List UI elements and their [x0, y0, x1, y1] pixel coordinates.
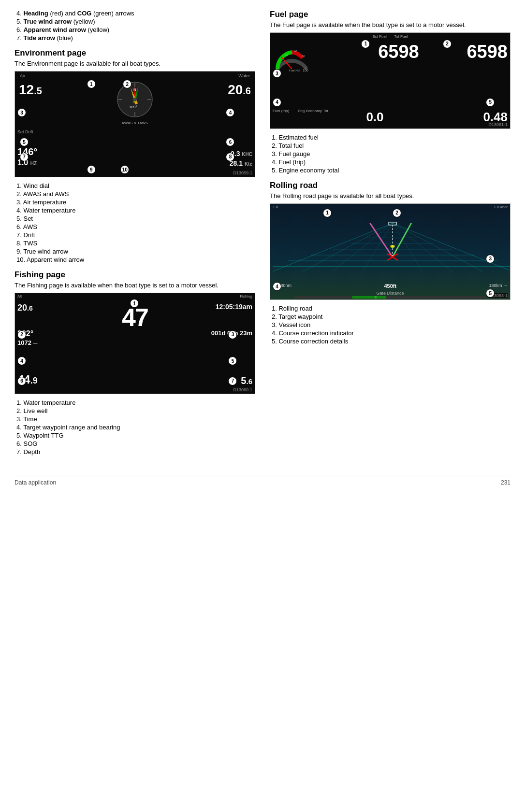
fish-item-7: Depth: [15, 448, 255, 456]
env-item-4: Water temperature: [15, 207, 255, 214]
intro-bold-5: True wind arrow: [23, 18, 72, 25]
fish-depth: 5.6: [241, 375, 252, 386]
svg-text:Fuel (%): Fuel (%): [289, 69, 300, 71]
svg-text:20: 20: [285, 54, 288, 57]
fuel-panel: Est Fuel Tot Fuel 6598 6598 0: [270, 33, 510, 128]
env-item-2: AWAS and AWS: [15, 190, 255, 198]
environment-items: Wind dial AWAS and AWS Air temperature W…: [15, 182, 255, 263]
callout-fish-6: 6: [17, 377, 26, 385]
fish-item-5: Waypoint TTG: [15, 432, 255, 439]
env-val2: 20.6: [228, 82, 251, 98]
awas-label: AWAS & TAWS: [122, 121, 148, 125]
fish-time: 12:05:19am: [216, 303, 252, 311]
svg-point-44: [390, 245, 394, 248]
env-item-6: AWS: [15, 223, 255, 230]
callout-env-9: 9: [87, 165, 96, 174]
fishing-items: Water temperature Live well Time Target …: [15, 399, 255, 456]
wind-dial: N 109°: [116, 80, 154, 119]
rr-item-2: Target waypoint: [270, 313, 510, 320]
fish-item-6: SOG: [15, 440, 255, 447]
intro-bold-6: Apparent wind arrow: [23, 26, 86, 33]
page-footer: Data application 231: [15, 476, 510, 486]
rolling-road-svg: [273, 209, 510, 271]
fish-item-4: Target waypoint range and bearing: [15, 424, 255, 431]
rr-item-5: Course correction details: [270, 338, 510, 345]
environment-diagram: Air Water 12.5 20.6: [15, 71, 255, 177]
fish-item-1: Water temperature: [15, 399, 255, 406]
rolling-road-heading: Rolling road: [270, 181, 510, 190]
fish-range: 1072 —: [17, 339, 38, 346]
env-item-9: True wind arrow: [15, 248, 255, 255]
intro-item-5: True wind arrow (yellow): [15, 18, 255, 25]
callout-rr-1: 1: [323, 209, 332, 217]
rolling-road-items: Rolling road Target waypoint Vessel icon…: [270, 305, 510, 345]
intro-item-4: Heading (red) and COG (green) arrows: [15, 10, 255, 17]
fish-temp: 20.6: [17, 303, 33, 313]
fuel-diagram: Est Fuel Tot Fuel 6598 6598 0: [270, 32, 510, 129]
svg-text:60: 60: [302, 55, 305, 57]
fuel-items: Estimated fuel Total fuel Fuel gauge Fue…: [270, 134, 510, 174]
fuel-val3: 0.0: [366, 110, 383, 125]
env-panel: Air Water 12.5 20.6: [15, 71, 255, 177]
rolling-panel: 1.8 1.8 knot: [270, 204, 510, 299]
env-item-1: Wind dial: [15, 182, 255, 189]
fish-item-2: Live well: [15, 407, 255, 414]
footer-page-number: 231: [501, 479, 510, 486]
svg-rect-21: [273, 209, 510, 271]
rolling-road-intro: The Rolling road page is available for a…: [270, 192, 510, 199]
fish-diagram-id: D13060-1: [233, 387, 252, 392]
fuel-item-1: Estimated fuel: [270, 134, 510, 141]
intro-list: Heading (red) and COG (green) arrows Tru…: [15, 10, 255, 42]
env-item-3: Air temperature: [15, 199, 255, 206]
env-item-7: Drift: [15, 231, 255, 239]
svg-text:100: 100: [303, 69, 308, 71]
callout-fuel-2: 2: [443, 40, 452, 48]
callout-fuel-4: 4: [273, 98, 281, 107]
fuel-item-4: Fuel (trip): [270, 158, 510, 166]
svg-point-8: [133, 98, 137, 101]
intro-bold-7: Tide arrow: [23, 34, 55, 42]
callout-fuel-5: 5: [486, 98, 495, 107]
fishing-intro: The Fishing page is available when the b…: [15, 282, 255, 289]
rr-item-3: Vessel icon: [270, 321, 510, 328]
callout-fish-7: 7: [228, 377, 237, 385]
fuel-gauge-svg: 0 100 Fuel (%) 20 40 60: [273, 43, 311, 71]
callout-fish-4: 4: [17, 356, 26, 365]
fuel-item-3: Fuel gauge: [270, 150, 510, 157]
intro-bold-4b: COG: [77, 10, 92, 17]
env-diagram-id: D13059-1: [233, 171, 252, 175]
environment-heading: Environment page: [15, 48, 255, 58]
callout-rr-2: 2: [393, 209, 401, 217]
intro-item-6: Apparent wind arrow (yellow): [15, 26, 255, 33]
intro-item-7: Tide arrow (blue): [15, 34, 255, 42]
fuel-item-5: Engine economy total: [270, 167, 510, 174]
fuel-item-2: Total fuel: [270, 142, 510, 149]
rolling-road-diagram: 1.8 1.8 knot: [270, 203, 510, 300]
svg-text:40: 40: [294, 50, 297, 53]
fuel-intro: The Fuel page is available when the boat…: [270, 21, 510, 28]
svg-text:109°: 109°: [129, 105, 137, 109]
fishing-heading: Fishing page: [15, 270, 255, 280]
svg-text:N: N: [133, 87, 136, 92]
fuel-val1: 6598: [378, 42, 419, 62]
rr-item-4: Course correction indicator: [270, 329, 510, 337]
fish-panel: Alt Fishing 47 20.6 12:05:19am 302° 1072…: [15, 293, 255, 394]
fishing-diagram: Alt Fishing 47 20.6 12:05:19am 302° 1072…: [15, 293, 255, 394]
intro-bold-4: Heading: [23, 10, 48, 17]
env-item-8: TWS: [15, 240, 255, 247]
env-item-5: Set: [15, 215, 255, 222]
course-correction-bar: [294, 296, 486, 299]
fuel-heading: Fuel page: [270, 10, 510, 19]
env-val1: 12.5: [19, 82, 42, 98]
callout-fish-2: 2: [17, 330, 26, 339]
env-item-10: Apparent wind arrow: [15, 256, 255, 263]
callout-env-7: 7: [20, 153, 29, 161]
env-val6: 28.1 Ktc: [230, 159, 252, 167]
environment-intro: The Environment page is available for al…: [15, 60, 255, 67]
fuel-val2: 6598: [467, 42, 508, 62]
fuel-diagram-id: D13061-1: [488, 122, 508, 127]
rr-item-1: Rolling road: [270, 305, 510, 312]
footer-left: Data application: [15, 479, 56, 486]
fish-item-3: Time: [15, 415, 255, 423]
